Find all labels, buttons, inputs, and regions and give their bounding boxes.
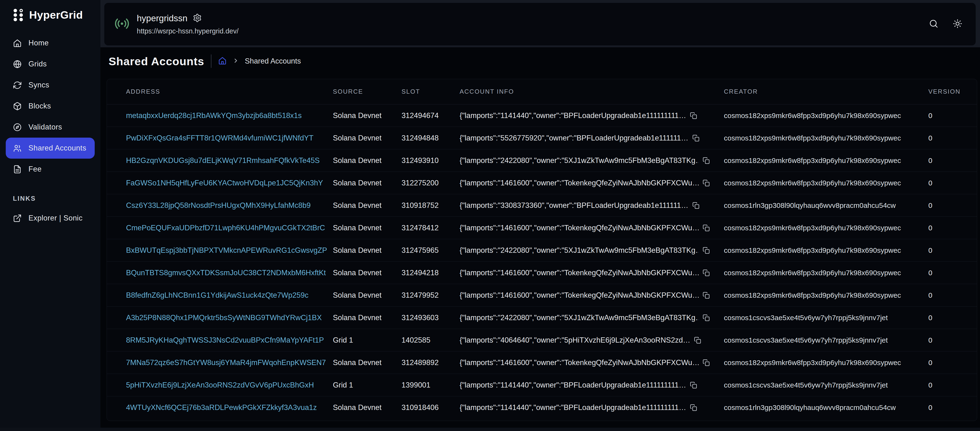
sidebar-item-blocks[interactable]: Blocks [6, 95, 95, 117]
source-cell: Solana Devnet [333, 134, 401, 143]
creator-cell: cosmos182xps9mkr6w8fpp3xd9p6yhu7k98x690s… [724, 269, 928, 277]
source-cell: Solana Devnet [333, 269, 401, 277]
sidebar-item-label: Syncs [29, 81, 49, 89]
creator-cell: cosmos182xps9mkr6w8fpp3xd9p6yhu7k98x690s… [724, 179, 928, 187]
table-row: CmePoEQUFxaUDPbzfD71Lwph6KU4hPMgvuCGkTX2… [107, 217, 977, 239]
search-icon[interactable] [929, 19, 939, 29]
breadcrumb-home-icon[interactable] [218, 56, 227, 66]
table-row: PwDiXFxQsGra4sFFTT8r1QWRMd4vfumiWC1jfWNf… [107, 127, 977, 149]
sun-icon[interactable] [953, 19, 962, 29]
slot-cell: 312493603 [401, 314, 460, 322]
sidebar-item-syncs[interactable]: Syncs [6, 74, 95, 95]
version-cell: 0 [928, 291, 967, 299]
source-cell: Grid 1 [333, 336, 401, 344]
column-header-source: SOURCE [333, 88, 401, 95]
address-link[interactable]: FaGWSo1NH5qHfLyFeU6KYACtwoHVDqLpe1JC5QjK… [126, 179, 333, 187]
copy-icon[interactable] [703, 247, 710, 254]
source-cell: Solana Devnet [333, 223, 401, 232]
table-row: 7MNa572qz6eS7hGtYW8usj6YMaR4jmFWqohEnpKW… [107, 352, 977, 374]
copy-icon[interactable] [692, 135, 700, 142]
creator-cell: cosmos1cscvs3ae5xe4t5v6yw7yh7rppj5ks9jnn… [724, 381, 928, 389]
copy-icon[interactable] [703, 179, 710, 187]
sidebar-item-home[interactable]: Home [6, 32, 95, 54]
account-info-cell: {"lamports":"3308373360","owner":"BPFLoa… [460, 201, 724, 210]
account-info-text: {"lamports":"1461600","owner":"TokenkegQ… [460, 269, 699, 277]
address-link[interactable]: 4WTUyXNcf6QCEj76b3aRDLPewkPGkXFZkkyf3A3v… [126, 403, 333, 412]
address-link[interactable]: 5pHiTXvzhE6j9LzjXeAn3ooRNS2zdVGvV6pPUxcB… [126, 381, 333, 390]
address-link[interactable]: A3b25P8N88Qhx1PMQrktr5bsSyWtNBG9TWhdYRwC… [126, 314, 333, 322]
copy-icon[interactable] [690, 382, 697, 389]
copy-icon[interactable] [703, 359, 710, 366]
sidebar-item-label: Grids [29, 60, 47, 68]
table-row: Csz6Y33L28jpQ58rNosdtPrsHUgxQMhX9HyLfahM… [107, 194, 977, 217]
brand-name: HyperGrid [29, 9, 83, 21]
links-list: Explorer | Sonic [0, 208, 100, 229]
table-row: FaGWSo1NH5qHfLyFeU6KYACtwoHVDqLpe1JC5QjK… [107, 172, 977, 194]
page-header: Shared Accounts Shared Accounts [100, 54, 980, 69]
version-cell: 0 [928, 112, 967, 120]
brand-logo[interactable]: HyperGrid [0, 7, 100, 23]
top-strip: hypergridssn https://wsrpc-hssn.hypergri… [100, 0, 980, 47]
creator-cell: cosmos182xps9mkr6w8fpp3xd9p6yhu7k98x690s… [724, 291, 928, 299]
column-header-slot: SLOT [401, 88, 460, 95]
version-cell: 0 [928, 336, 967, 344]
creator-cell: cosmos1cscvs3ae5xe4t5v6yw7yh7rppj5ks9jnn… [724, 336, 928, 344]
account-info-text: {"lamports":"2422080","owner":"5XJ1wZkTw… [460, 314, 699, 322]
account-info-cell: {"lamports":"1461600","owner":"TokenkegQ… [460, 358, 724, 367]
creator-cell: cosmos182xps9mkr6w8fpp3xd9p6yhu7k98x690s… [724, 134, 928, 142]
hypergrid-dots-icon [12, 8, 25, 22]
address-link[interactable]: BQunTBTS8gmvsQXxTDKSsmJoUC38CT2NDMxbM6Hx… [126, 269, 333, 277]
address-link[interactable]: CmePoEQUFxaUDPbzfD71Lwph6KU4hPMgvuCGkTX2… [126, 223, 333, 232]
sidebar-item-grids[interactable]: Grids [6, 54, 95, 74]
page-title: Shared Accounts [108, 55, 204, 68]
account-info-text: {"lamports":"1141440","owner":"BPFLoader… [460, 381, 686, 390]
copy-icon[interactable] [690, 404, 697, 411]
copy-icon[interactable] [703, 269, 710, 276]
copy-icon[interactable] [703, 292, 710, 299]
app-window: HyperGrid Home Grids Syncs Blocks Valida… [0, 0, 980, 431]
address-link[interactable]: Csz6Y33L28jpQ58rNosdtPrsHUgxQMhX9HyLfahM… [126, 201, 333, 210]
table-row: A3b25P8N88Qhx1PMQrktr5bsSyWtNBG9TWhdYRwC… [107, 306, 977, 329]
network-name: hypergridssn [137, 13, 188, 24]
copy-icon[interactable] [692, 202, 700, 209]
copy-icon[interactable] [690, 112, 697, 119]
sidebar-item-fee[interactable]: Fee [6, 158, 95, 180]
table-row: BxBWUTqEspj3bbTjNBPXTVMkcnAPEWRuvRG1cGws… [107, 239, 977, 261]
radio-broadcast-icon [114, 16, 130, 32]
version-cell: 0 [928, 314, 967, 322]
copy-icon[interactable] [703, 314, 710, 321]
copy-icon[interactable] [703, 157, 710, 164]
table-row: 8RM5JRyKHaQghTWSSJ3NsCd2vuuBPxCfn9MaYpYA… [107, 329, 977, 352]
account-info-cell: {"lamports":"5526775920","owner":"BPFLoa… [460, 134, 724, 143]
network-panel: hypergridssn https://wsrpc-hssn.hypergri… [104, 3, 976, 45]
account-info-cell: {"lamports":"1461600","owner":"TokenkegQ… [460, 291, 724, 299]
source-cell: Solana Devnet [333, 156, 401, 165]
address-link[interactable]: PwDiXFxQsGra4sFFTT8r1QWRMd4vfumiWC1jfWNf… [126, 134, 333, 143]
address-link[interactable]: 7MNa572qz6eS7hGtYW8usj6YMaR4jmFWqohEnpKW… [126, 358, 333, 367]
sidebar-link-explorer-sonic[interactable]: Explorer | Sonic [6, 208, 95, 229]
source-cell: Solana Devnet [333, 246, 401, 255]
account-info-text: {"lamports":"1461600","owner":"TokenkegQ… [460, 291, 699, 299]
sidebar-item-label: Blocks [29, 102, 51, 110]
address-link[interactable]: 8RM5JRyKHaQghTWSSJ3NsCd2vuuBPxCfn9MaYpYA… [126, 336, 333, 344]
version-cell: 0 [928, 246, 967, 254]
version-cell: 0 [928, 404, 967, 412]
slot-cell: 312489892 [401, 358, 460, 367]
sync-icon [13, 81, 22, 90]
slot-cell: 1399001 [401, 381, 460, 390]
source-cell: Solana Devnet [333, 111, 401, 120]
address-link[interactable]: B8fedfnZ6gLhNCBnn1G1YdkijAwS1uck4zQte7Wp… [126, 291, 333, 299]
copy-icon[interactable] [694, 337, 701, 344]
creator-cell: cosmos1rln3gp308l90lqyhauq6wvv8pracm0ahc… [724, 404, 928, 412]
address-link[interactable]: HB2GzqnVKDUGsj8u7dELjKWqV71RmhsahFQfkVkT… [126, 156, 333, 165]
slot-cell: 310918752 [401, 201, 460, 210]
gear-icon[interactable] [193, 13, 202, 24]
address-link[interactable]: BxBWUTqEspj3bbTjNBPXTVMkcnAPEWRuvRG1cGws… [126, 246, 333, 255]
copy-icon[interactable] [703, 224, 710, 231]
sidebar-item-shared-accounts[interactable]: Shared Accounts [6, 138, 95, 158]
sidebar-item-label: Fee [29, 165, 41, 173]
sidebar-item-validators[interactable]: Validators [6, 117, 95, 138]
address-link[interactable]: metaqbxxUerdq28cj1RbAWkYQm3ybzjb6a8bt518… [126, 111, 333, 120]
chevron-right-icon [232, 57, 239, 65]
account-info-cell: {"lamports":"2422080","owner":"5XJ1wZkTw… [460, 156, 724, 165]
